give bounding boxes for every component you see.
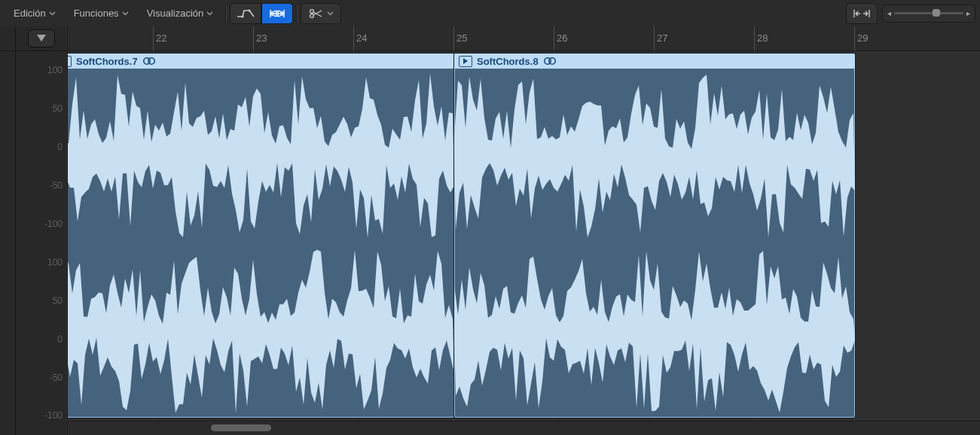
loop-icon [142,56,156,66]
bar-tick [453,26,454,51]
horizontal-scroll-thumb[interactable] [211,424,271,431]
separator [296,5,298,23]
svg-point-4 [310,9,313,13]
amplitude-tick-label: 0 [16,334,63,345]
amplitude-tick-label: 100 [16,257,63,268]
audio-region[interactable]: SoftChords.8 [453,53,856,418]
loop-icon [543,56,557,66]
bar-tick [554,26,554,51]
automation-curve-button[interactable] [230,3,261,24]
bar-label: 23 [256,32,267,44]
play-icon[interactable] [68,56,72,67]
catch-playhead-button[interactable] [28,29,55,47]
zoom-track[interactable] [894,12,963,14]
bar-label: 26 [557,32,567,44]
body-gutter [0,51,16,435]
bar-tick [153,26,154,51]
svg-point-7 [148,58,154,64]
svg-point-5 [310,14,313,17]
region-name-label: SoftChords.7 [76,56,138,67]
menu-view-label: Visualización [147,8,204,19]
menu-functions-label: Funciones [74,8,119,19]
waveform-right-icon [454,244,855,418]
bar-label: 27 [657,32,667,44]
waveform-left-icon [68,69,454,244]
play-icon[interactable] [459,56,472,67]
zoom-out-icon: ◂ [887,9,891,17]
bar-tick [353,26,354,51]
amplitude-tick-label: -50 [16,372,63,383]
ruler-gutter [0,26,16,51]
amplitude-tick-label: -50 [16,180,63,191]
automation-curve-icon [237,8,255,19]
menu-edit[interactable]: Edición [5,0,65,26]
svg-point-1 [249,9,251,11]
menu-functions[interactable]: Funciones [65,0,138,26]
tool-group-mode [230,3,293,24]
amplitude-column: 100500-50-100100500-50-100 [16,51,68,435]
bar-label: 24 [356,32,367,44]
chevron-down-icon [206,11,213,16]
waveform-left-icon [454,69,855,244]
chevron-down-icon [122,11,129,16]
bar-ruler[interactable]: 212223242526272829 [68,26,980,51]
amplitude-tick-label: 100 [16,65,63,75]
fit-horizontal-button[interactable] [846,3,878,24]
bar-tick [754,26,755,51]
amplitude-tick-label: 50 [16,296,63,306]
scissors-icon [309,8,324,19]
horizontal-zoom-slider[interactable]: ◂ ▸ [882,5,975,23]
bar-label: 29 [857,32,868,44]
fit-horizontal-icon [853,8,871,19]
amplitude-tick-label: 50 [16,103,63,114]
svg-point-9 [548,58,554,64]
bar-label: 22 [156,32,166,44]
region-header[interactable]: SoftChords.7 [68,54,454,69]
menu-view[interactable]: Visualización [138,0,223,26]
chevron-down-icon [49,11,56,16]
audio-region[interactable]: SoftChords.7 [68,53,455,418]
waveform-right-icon [68,244,454,418]
separator [225,5,227,23]
scissors-tool-button[interactable] [301,3,341,24]
ruler-left-cell [16,26,68,51]
waveform-track-area[interactable]: SoftChords.7SoftChords.8 [68,51,980,435]
region-name-label: SoftChords.8 [477,56,539,67]
bar-label: 28 [757,32,768,44]
amplitude-tick-label: 0 [16,142,63,152]
chevron-down-icon [327,11,334,16]
bar-tick [253,26,254,51]
bar-tick [854,26,855,51]
amplitude-tick-label: -100 [16,219,63,229]
flex-icon [268,8,286,19]
horizontal-scrollbar[interactable] [68,421,980,435]
zoom-thumb[interactable] [933,9,940,17]
catch-playhead-icon [36,34,47,43]
zoom-in-icon: ▸ [966,9,970,17]
menu-edit-label: Edición [14,8,46,19]
amplitude-tick-label: -100 [16,410,63,421]
svg-point-0 [242,15,244,17]
bar-tick [654,26,655,51]
flex-button[interactable] [261,3,293,24]
bar-label: 25 [456,32,467,44]
region-header[interactable]: SoftChords.8 [454,54,855,69]
